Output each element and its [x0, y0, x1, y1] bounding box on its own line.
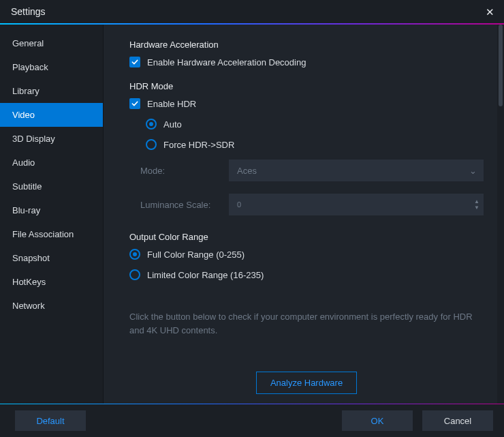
luminance-spinner[interactable]: 0 ▲ ▼ [229, 194, 484, 215]
footer: Default OK Cancel [0, 404, 504, 437]
radio-label: Force HDR->SDR [163, 140, 234, 150]
row-luminance: Luminance Scale: 0 ▲ ▼ [140, 194, 484, 215]
sidebar-item-network[interactable]: Network [0, 294, 103, 318]
radio-label: Full Color Range (0-255) [147, 250, 245, 260]
section-hdr-title: HDR Mode [129, 81, 484, 91]
analyze-hint: Click the button below to check if your … [129, 310, 484, 337]
titlebar: Settings ✕ [0, 0, 504, 23]
sidebar-item-label: Video [12, 110, 35, 120]
sidebar-item-label: File Association [12, 229, 74, 239]
analyze-hardware-button[interactable]: Analyze Hardware [256, 372, 357, 394]
chevron-up-icon[interactable]: ▲ [474, 199, 479, 205]
sidebar-item-audio[interactable]: Audio [0, 151, 103, 175]
row-enable-hw-accel[interactable]: Enable Hardware Acceleration Decoding [129, 57, 484, 67]
sidebar-item-label: Snapshot [12, 253, 50, 263]
sidebar-item-label: 3D Display [12, 134, 55, 144]
content: Hardware Acceleration Enable Hardware Ac… [104, 25, 497, 404]
radio-icon [146, 119, 157, 130]
mode-label: Mode: [140, 166, 222, 176]
checkbox-label: Enable HDR [147, 99, 196, 109]
sidebar-item-snapshot[interactable]: Snapshot [0, 246, 103, 270]
window-title: Settings [11, 6, 46, 17]
content-wrap: Hardware Acceleration Enable Hardware Ac… [104, 25, 504, 404]
luminance-label: Luminance Scale: [140, 200, 222, 210]
sidebar-item-label: General [12, 38, 44, 48]
row-mode: Mode: Aces ⌄ [140, 160, 484, 181]
sidebar-item-library[interactable]: Library [0, 79, 103, 103]
sidebar-item-label: Blu-ray [12, 205, 40, 215]
chevron-down-icon: ⌄ [469, 166, 477, 176]
checkbox-icon [129, 98, 140, 109]
checkbox-label: Enable Hardware Acceleration Decoding [147, 57, 306, 67]
checkbox-icon [129, 57, 140, 67]
radio-icon [129, 249, 140, 260]
row-enable-hdr[interactable]: Enable HDR [129, 98, 484, 109]
row-hdr-auto[interactable]: Auto [146, 119, 484, 130]
sidebar-item-label: Audio [12, 157, 35, 168]
mode-select[interactable]: Aces ⌄ [229, 160, 484, 181]
chevron-down-icon[interactable]: ▼ [474, 205, 479, 211]
spinner-arrows: ▲ ▼ [474, 199, 479, 211]
vertical-scrollbar[interactable] [497, 25, 504, 404]
sidebar-item-subtitle[interactable]: Subtitle [0, 175, 103, 198]
sidebar-item-file-association[interactable]: File Association [0, 222, 103, 246]
select-value: Aces [237, 166, 257, 176]
section-hw-accel-title: Hardware Acceleration [129, 40, 484, 50]
sidebar-item-label: Playback [12, 62, 48, 72]
scrollbar-thumb[interactable] [499, 25, 503, 106]
sidebar-item-hotkeys[interactable]: HotKeys [0, 270, 103, 294]
radio-label: Auto [163, 119, 182, 130]
sidebar-item-blu-ray[interactable]: Blu-ray [0, 198, 103, 222]
settings-window: Settings ✕ General Playback Library Vide… [0, 0, 504, 437]
radio-label: Limited Color Range (16-235) [147, 270, 264, 280]
radio-icon [129, 269, 140, 280]
sidebar-item-playback[interactable]: Playback [0, 55, 103, 79]
cancel-button[interactable]: Cancel [422, 410, 493, 431]
section-output-color-title: Output Color Range [129, 232, 484, 242]
spinner-value: 0 [237, 200, 241, 209]
row-hdr-force[interactable]: Force HDR->SDR [146, 139, 484, 150]
window-body: General Playback Library Video 3D Displa… [0, 25, 504, 404]
sidebar-item-3d-display[interactable]: 3D Display [0, 127, 103, 151]
sidebar-item-video[interactable]: Video [0, 103, 103, 127]
sidebar-item-general[interactable]: General [0, 31, 103, 55]
radio-icon [146, 139, 157, 150]
sidebar-item-label: Library [12, 86, 40, 96]
row-color-full[interactable]: Full Color Range (0-255) [129, 249, 484, 260]
sidebar: General Playback Library Video 3D Displa… [0, 25, 104, 404]
sidebar-item-label: Subtitle [12, 181, 42, 192]
default-button[interactable]: Default [15, 410, 86, 431]
sidebar-item-label: HotKeys [12, 277, 46, 287]
sidebar-item-label: Network [12, 301, 45, 311]
row-color-limited[interactable]: Limited Color Range (16-235) [129, 269, 484, 280]
analyze-wrap: Analyze Hardware [129, 372, 484, 394]
footer-right: OK Cancel [342, 410, 493, 431]
close-icon[interactable]: ✕ [486, 7, 494, 17]
ok-button[interactable]: OK [342, 410, 413, 431]
